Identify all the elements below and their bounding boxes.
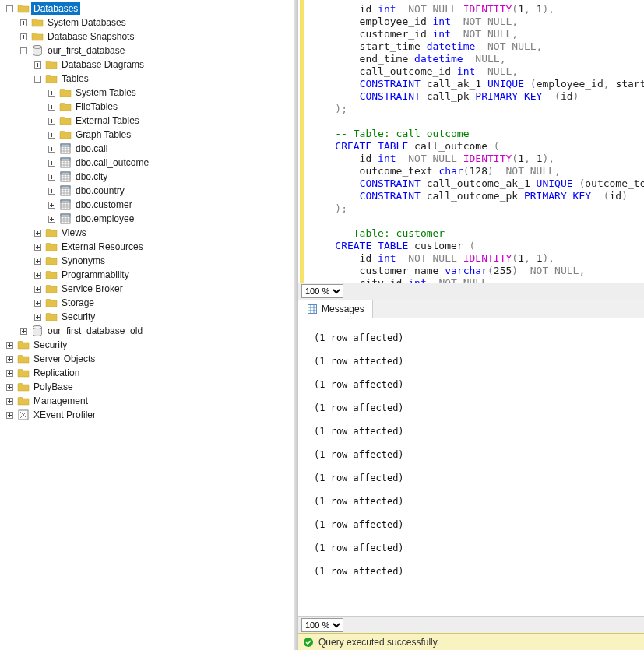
tree-node-dbo-country[interactable]: dbo.country — [0, 184, 294, 198]
collapse-icon[interactable] — [3, 2, 16, 15]
tree-node-databases[interactable]: Databases — [0, 2, 294, 16]
tree-node-our-first-database-old[interactable]: our_first_database_old — [0, 324, 294, 338]
tree-node-programmability[interactable]: Programmability — [0, 268, 294, 282]
messages-footer: 100 % — [298, 616, 644, 633]
folder-icon — [59, 128, 72, 141]
expand-icon[interactable] — [31, 297, 44, 309]
tree-node-dbo-call[interactable]: dbo.call — [0, 142, 294, 156]
folder-icon — [45, 283, 58, 295]
tab-messages[interactable]: Messages — [298, 300, 373, 318]
collapse-icon[interactable] — [31, 72, 44, 85]
tree-node-external-tables[interactable]: External Tables — [0, 114, 294, 128]
expand-icon[interactable] — [3, 381, 16, 393]
expand-icon[interactable] — [45, 213, 58, 225]
folder-icon — [45, 269, 58, 281]
folder-icon — [45, 72, 58, 85]
tree-node-database-diagrams[interactable]: Database Diagrams — [0, 58, 294, 72]
expand-icon[interactable] — [3, 409, 16, 421]
table-icon — [59, 170, 72, 183]
expand-icon[interactable] — [45, 184, 58, 197]
message-line: (1 row affected) — [314, 560, 628, 583]
expand-icon[interactable] — [3, 339, 16, 351]
folder-icon — [59, 100, 72, 113]
expand-icon[interactable] — [45, 86, 58, 99]
message-line: (1 row affected) — [314, 373, 628, 396]
message-line: (1 row affected) — [314, 420, 628, 443]
tree-node-management[interactable]: Management — [0, 394, 294, 408]
tree-label: Views — [59, 227, 89, 239]
tree-label: our_first_database — [45, 44, 127, 57]
expand-icon[interactable] — [31, 283, 44, 295]
folder-icon — [45, 255, 58, 267]
tree-node-system-tables[interactable]: System Tables — [0, 86, 294, 100]
expand-icon[interactable] — [31, 255, 44, 267]
expand-icon[interactable] — [31, 227, 44, 239]
tree-label: Storage — [59, 297, 97, 309]
expand-icon[interactable] — [17, 325, 30, 337]
message-line: (1 row affected) — [314, 396, 628, 420]
tree-label: External Resources — [59, 241, 146, 253]
tree-node-server-objects[interactable]: Server Objects — [0, 352, 294, 366]
table-icon — [59, 213, 72, 225]
tree-node-service-broker[interactable]: Service Broker — [0, 282, 294, 296]
folder-icon — [59, 86, 72, 99]
tree-label: Management — [31, 395, 90, 407]
expand-icon[interactable] — [45, 170, 58, 183]
tree-node-views[interactable]: Views — [0, 226, 294, 240]
tree-node-dbo-employee[interactable]: dbo.employee — [0, 212, 294, 226]
expand-icon[interactable] — [45, 142, 58, 155]
tree-node-dbo-call-outcome[interactable]: dbo.call_outcome — [0, 156, 294, 170]
folder-icon — [45, 241, 58, 253]
tree-label: our_first_database_old — [45, 325, 145, 337]
tree-node-storage[interactable]: Storage — [0, 296, 294, 310]
table-icon — [59, 156, 72, 169]
object-explorer-tree[interactable]: Databases System Databases Database Snap… — [0, 0, 294, 650]
sql-editor[interactable]: id int NOT NULL IDENTITY(1, 1), employee… — [298, 0, 644, 283]
expand-icon[interactable] — [17, 30, 30, 43]
table-icon — [59, 184, 72, 197]
tree-node-filetables[interactable]: FileTables — [0, 100, 294, 114]
folder-icon — [17, 339, 30, 351]
expand-icon[interactable] — [17, 16, 30, 29]
collapse-icon[interactable] — [17, 44, 30, 57]
tree-label: dbo.customer — [73, 199, 135, 211]
svg-point-21 — [304, 638, 313, 647]
expand-icon[interactable] — [45, 114, 58, 127]
tree-node-security[interactable]: Security — [0, 338, 294, 352]
expand-icon[interactable] — [3, 353, 16, 365]
tree-node-synonyms[interactable]: Synonyms — [0, 254, 294, 268]
expand-icon[interactable] — [45, 128, 58, 141]
expand-icon[interactable] — [31, 241, 44, 253]
tree-node-our-first-database[interactable]: our_first_database — [0, 44, 294, 58]
message-line: (1 row affected) — [314, 350, 628, 373]
tree-label: FileTables — [73, 100, 120, 113]
expand-icon[interactable] — [3, 395, 16, 407]
code-block[interactable]: id int NOT NULL IDENTITY(1, 1), employee… — [304, 0, 644, 283]
zoom-select-messages[interactable]: 100 % — [301, 618, 343, 632]
expand-icon[interactable] — [45, 156, 58, 169]
messages-panel[interactable]: (1 row affected)(1 row affected)(1 row a… — [298, 318, 644, 617]
tree-node-xevent-profiler[interactable]: XEvent Profiler — [0, 408, 294, 422]
tree-node-dbo-city[interactable]: dbo.city — [0, 170, 294, 184]
tree-node-database-snapshots[interactable]: Database Snapshots — [0, 30, 294, 44]
expand-icon[interactable] — [31, 311, 44, 323]
tree-node-system-databases[interactable]: System Databases — [0, 16, 294, 30]
zoom-select[interactable]: 100 % — [301, 284, 343, 298]
tree-label: Database Snapshots — [45, 30, 136, 43]
tree-label: Synonyms — [59, 255, 107, 267]
tree-node-security-db[interactable]: Security — [0, 310, 294, 324]
expand-icon[interactable] — [45, 100, 58, 113]
tree-node-tables[interactable]: Tables — [0, 72, 294, 86]
table-icon — [59, 142, 72, 155]
folder-icon — [17, 381, 30, 393]
tree-node-polybase[interactable]: PolyBase — [0, 380, 294, 394]
tree-node-replication[interactable]: Replication — [0, 366, 294, 380]
tree-node-external-resources[interactable]: External Resources — [0, 240, 294, 254]
expand-icon[interactable] — [3, 367, 16, 379]
expand-icon[interactable] — [45, 199, 58, 211]
tree-label: Security — [59, 311, 97, 323]
tree-node-graph-tables[interactable]: Graph Tables — [0, 128, 294, 142]
expand-icon[interactable] — [31, 58, 44, 71]
expand-icon[interactable] — [31, 269, 44, 281]
tree-node-dbo-customer[interactable]: dbo.customer — [0, 198, 294, 212]
